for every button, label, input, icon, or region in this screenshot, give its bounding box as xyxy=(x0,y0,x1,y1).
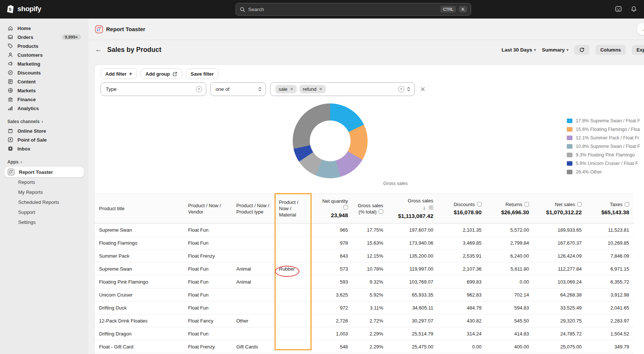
legend-item[interactable]: 10.8% Supreme Swan / Float F xyxy=(567,143,640,149)
column-checkbox[interactable] xyxy=(577,202,582,206)
date-range-dropdown[interactable]: Last 30 Days ▾ xyxy=(502,47,536,53)
sidebar-subitem-reports[interactable]: Reports xyxy=(4,177,84,187)
legend-item[interactable]: 28.4% Other xyxy=(567,169,640,175)
table-cell xyxy=(275,249,312,262)
sidebar-item-point-of-sale[interactable]: Point of Sale xyxy=(4,135,84,144)
table-row[interactable]: Summer PackFloat Frenzy64312.15%135,200.… xyxy=(95,249,634,262)
sidebar-item-content[interactable]: Content xyxy=(4,77,84,86)
save-filter-button[interactable]: Save filter xyxy=(186,69,218,79)
app-header: Report Toaster All st xyxy=(88,19,644,40)
column-header-product-title[interactable]: Product title xyxy=(95,194,184,224)
column-checkbox[interactable] xyxy=(379,209,383,214)
sidebar-item-home[interactable]: Home xyxy=(4,24,84,33)
column-header-returns[interactable]: Returns$26,696.30 xyxy=(486,194,533,224)
sales-channels-heading[interactable]: Sales channels › xyxy=(7,119,81,124)
column-header-product-now-product-type[interactable]: Product / Now / Product type xyxy=(232,194,275,224)
column-checkbox[interactable]: ✓ xyxy=(429,205,433,210)
filter-operator-select[interactable]: one of xyxy=(210,82,266,96)
column-header-label[interactable]: Net quantity xyxy=(322,198,348,204)
table-row[interactable]: Drifting DuckFloat Fun9723.11%34,605.114… xyxy=(95,301,634,314)
sidebar-item-report-toaster[interactable]: Report Toaster xyxy=(4,167,84,177)
table-row[interactable]: Supreme SwanFloat Fun96517.75%197,607.00… xyxy=(95,224,634,236)
sidebar-item-online-store[interactable]: Online Store xyxy=(4,126,84,135)
column-header-label[interactable]: Returns xyxy=(505,202,522,207)
sidebar-subitem-support[interactable]: Support xyxy=(4,207,84,217)
remove-chip-icon[interactable]: ✕ xyxy=(290,87,293,92)
sort-desc-icon[interactable]: ↓ xyxy=(423,204,426,211)
column-header-taxes[interactable]: Taxes$65,143.38 xyxy=(586,194,634,224)
legend-item[interactable]: 15.6% Floating Flamingo / Floa xyxy=(567,126,640,132)
column-checkbox[interactable] xyxy=(477,202,482,206)
table-cell: 15.63% xyxy=(352,236,388,249)
column-header-label[interactable]: Discounts xyxy=(454,202,475,207)
sidebar-subitem-scheduled-reports[interactable]: Scheduled Reports xyxy=(4,197,84,207)
remove-chip-icon[interactable]: ✕ xyxy=(319,87,322,92)
column-header-label[interactable]: Gross sales xyxy=(408,198,433,204)
refresh-button[interactable] xyxy=(574,45,589,55)
sidebar-item-finance[interactable]: Finance xyxy=(4,95,84,104)
filter-field-input[interactable]: Type ✕ xyxy=(101,82,206,96)
store-switcher-button[interactable]: All st xyxy=(637,23,644,35)
column-header-label[interactable]: Product title xyxy=(99,206,125,211)
apps-heading[interactable]: Apps › xyxy=(7,159,81,165)
column-header-product-now-material[interactable]: Product / Now / Material xyxy=(275,194,312,224)
table-row[interactable]: 12-Pack Drink FloatiesFloat FancyOther2,… xyxy=(95,314,634,327)
column-header-product-now-vendor[interactable]: Product / Now / Vendor xyxy=(184,194,232,224)
filter-values-input[interactable]: sale✕refund✕ ✕ xyxy=(270,82,415,96)
sidebar-item-products[interactable]: Products xyxy=(4,42,84,50)
filter-chip-sale[interactable]: sale✕ xyxy=(275,85,297,93)
column-checkbox[interactable] xyxy=(625,202,629,206)
sidebar-item-analytics[interactable]: Analytics xyxy=(4,104,84,113)
legend-item[interactable]: 5.9% Unicorn Cruiser / Float F xyxy=(567,161,640,166)
table-row[interactable]: Unicorn CruiserFloat Fun3,6255.92%65,933… xyxy=(95,288,634,301)
sidebar-item-markets[interactable]: Markets xyxy=(4,86,84,95)
legend-item[interactable]: 12.1% Summer Pack / Float Fr xyxy=(567,135,640,140)
column-header-gross-sales-total[interactable]: Gross sales (% total) xyxy=(352,194,388,224)
column-total: $1,113,087.42 xyxy=(392,212,433,220)
view-mode-dropdown[interactable]: Summary ▾ xyxy=(542,47,569,53)
add-filter-button[interactable]: Add filter + xyxy=(101,69,137,79)
shopify-logo[interactable]: S shopify xyxy=(6,4,41,14)
table-row[interactable]: Floating FlamingoFloat Fun97815.63%173,9… xyxy=(95,236,634,249)
column-header-label[interactable]: Product / Now / Product type xyxy=(236,203,269,215)
column-header-label[interactable]: Product / Now / Material xyxy=(279,199,298,218)
column-header-label[interactable]: Net sales xyxy=(555,202,575,207)
add-group-button[interactable]: Add group xyxy=(141,69,182,79)
pos-icon xyxy=(7,137,13,143)
clear-values-icon[interactable]: ✕ xyxy=(398,86,404,92)
column-header-discounts[interactable]: Discounts$16,078.90 xyxy=(438,194,486,224)
table-row[interactable]: Floating Pink FlamingoFloat FunAnimal593… xyxy=(95,275,634,288)
column-total: 23,948 xyxy=(316,212,348,219)
remove-filter-icon[interactable]: ✕ xyxy=(420,85,426,93)
clear-field-icon[interactable]: ✕ xyxy=(196,86,202,92)
table-row[interactable]: Float - Gift CardFloat FrenzyGift Cards5… xyxy=(95,340,634,353)
table-cell xyxy=(275,301,312,314)
legend-item[interactable]: 17.8% Supreme Swan / Float F xyxy=(567,118,640,123)
columns-button[interactable]: Columns xyxy=(595,45,626,55)
column-header-net-sales[interactable]: Net sales$1,070,312.22 xyxy=(533,194,586,224)
sidekick-icon[interactable] xyxy=(615,5,622,13)
filter-chip-refund[interactable]: refund✕ xyxy=(299,85,326,93)
sidebar-item-customers[interactable]: Customers xyxy=(4,50,84,59)
sidebar-subitem-my-reports[interactable]: My Reports xyxy=(4,187,84,197)
back-arrow-icon[interactable]: ← xyxy=(95,46,102,54)
sidebar-subitem-settings[interactable]: Settings xyxy=(4,217,84,227)
column-header-label[interactable]: Taxes xyxy=(610,202,622,207)
column-checkbox[interactable] xyxy=(525,202,529,206)
table-row[interactable]: Supreme SwanFloat FunAnimalRubber57310.7… xyxy=(95,262,634,275)
sidebar-item-discounts[interactable]: Discounts xyxy=(4,68,84,77)
bell-icon[interactable] xyxy=(630,6,637,13)
table-cell: 400.00 xyxy=(486,340,533,353)
table-row[interactable]: Drifting DragonFloat Fun1,0032.29%25,514… xyxy=(95,327,634,340)
donut-chart[interactable] xyxy=(293,103,368,178)
sidebar-item-orders[interactable]: Orders9,999+ xyxy=(4,33,84,42)
export-button[interactable]: Export xyxy=(632,45,644,55)
column-header-label[interactable]: Product / Now / Vendor xyxy=(188,203,221,215)
sidebar-item-marketing[interactable]: Marketing xyxy=(4,59,84,68)
global-search-input[interactable]: Search CTRL K xyxy=(236,3,471,16)
column-header-net-quantity[interactable]: Net quantity23,948 xyxy=(312,194,352,224)
sidebar-item-inbox[interactable]: Inbox xyxy=(4,144,84,153)
column-header-gross-sales[interactable]: Gross sales↓✓$1,113,087.42 xyxy=(388,194,438,224)
legend-item[interactable]: 9.3% Floating Pink Flamingo xyxy=(567,152,640,158)
column-checkbox[interactable] xyxy=(344,205,348,209)
